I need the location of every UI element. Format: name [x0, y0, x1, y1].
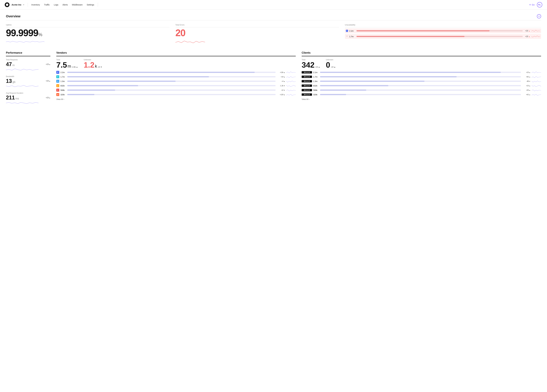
vendor-icon-3: ▲: [56, 84, 59, 87]
unavailability-label: Unavailability: [345, 24, 541, 27]
client-change-4: +35: [522, 89, 530, 91]
vendors-section: Vendors Total 7.5 m +2.8k ▲ Unknown: [56, 51, 296, 109]
overview-title: Overview: [6, 14, 21, 18]
clients-unknown-row: 0 +23 ▲: [326, 61, 335, 69]
vendor-spark-0: [286, 70, 296, 74]
unavailability-card: Unavailability P 2.1m +23 ▲ 📍 1.7m: [345, 24, 541, 44]
vendors-total-value-row: 7.5 m +2.8k ▲: [56, 61, 78, 69]
perf-value-0: 47m: [6, 61, 15, 67]
client-val-1: 1.7m: [313, 76, 319, 78]
perf-stat-2: Avg Request Duration 211ms +23: [6, 92, 50, 105]
perf-stat-1: Bandwidth 13gb +23: [6, 76, 50, 89]
vendors-title: Vendors: [56, 51, 296, 56]
vendor-icon-4: Z: [56, 89, 59, 92]
vendor-row-2: S 1.3m +4: [56, 79, 296, 83]
vendor-val-1: 1.7m: [61, 76, 66, 78]
unavail-row-1: 📍 1.7m +23 ▲: [345, 34, 541, 39]
client-bar-wrap-0: [320, 72, 521, 73]
unavail-change-1: +23 ▲: [525, 35, 530, 37]
logo-icon[interactable]: [5, 2, 9, 7]
vendors-total-stat: Total 7.5 m +2.8k ▲: [56, 59, 78, 69]
vendor-bar-wrap-3: [67, 85, 276, 86]
vendor-spark-3: [286, 84, 296, 87]
client-spark-4: [532, 88, 541, 92]
perf-change-2: +23: [46, 97, 50, 99]
vendor-spark-5: [286, 93, 296, 96]
client-bar-2: [320, 81, 424, 82]
unavail-bar-wrap-1: [356, 36, 523, 37]
vendors-total-unit: m: [68, 64, 71, 69]
overview-grid: Uptime 99.9999% Total Errors 20 Unavaila…: [6, 24, 541, 44]
nav-logs[interactable]: Logs: [54, 4, 58, 6]
client-bar-wrap-1: [320, 76, 521, 77]
unavail-label-0: 2.1m: [349, 30, 355, 32]
clients-top-stats: Total 342 +23 ▲ Unknown 0 +23 ▲: [302, 59, 541, 69]
vendor-bar-wrap-2: [67, 81, 276, 82]
perf-label-2: Avg Request Duration: [6, 92, 50, 94]
client-bar-wrap-4: [320, 89, 521, 91]
chevron-right-icon: ›: [64, 98, 64, 100]
client-bar-0: [320, 72, 501, 73]
unavail-icon-1: 📍: [346, 35, 348, 38]
clients-view-all[interactable]: View All ›: [302, 98, 541, 100]
errors-card: Total Errors 20: [175, 24, 339, 44]
brand-chevron-icon[interactable]: ▾: [23, 4, 24, 6]
client-ip-1: 20.1.2.3: [302, 76, 312, 78]
user-avatar[interactable]: KL: [537, 2, 542, 7]
client-bar-1: [320, 76, 457, 77]
vendor-bar-2: [67, 81, 176, 82]
navbar: Acme Inc ▾ Inventory Traffic Logs Alerts…: [0, 0, 547, 9]
main-content: Overview + Uptime 99.9999% Total Errors …: [0, 9, 547, 114]
chevron-right-icon-clients: ›: [309, 98, 309, 100]
client-row-2: 20.1.2.3 1.3m -88: [302, 79, 541, 83]
vendor-bar-wrap-0: [67, 72, 276, 73]
nav-add-label: Go: [532, 4, 534, 6]
perf-row-0: 47m +23: [6, 61, 50, 67]
perf-spark-1: [6, 84, 39, 88]
plus-icon: +: [529, 3, 531, 6]
overview-add-button[interactable]: +: [537, 14, 541, 18]
vendor-bar-5: [67, 94, 94, 95]
unavail-change-0: +23 ▲: [525, 30, 530, 32]
vendor-spark-1: [286, 75, 296, 79]
clients-title: Clients: [302, 51, 541, 56]
vendor-icon-5: ■: [56, 93, 59, 96]
nav-settings[interactable]: Settings: [87, 4, 94, 6]
perf-spark-2: [6, 101, 39, 105]
unavail-bar-0: [356, 30, 490, 31]
client-bar-5: [320, 94, 346, 95]
errors-sparkline: [175, 39, 339, 44]
nav-divider-2: [98, 3, 98, 7]
client-bar-wrap-2: [320, 81, 521, 82]
client-ip-0: 20.1.2.3: [302, 71, 312, 74]
perf-value-2: 211ms: [6, 95, 19, 101]
vendors-total-number: 7.5: [56, 61, 67, 69]
nav-add-button[interactable]: + Go: [529, 3, 534, 6]
vendor-row-0: P 2.2m +12k: [56, 70, 296, 74]
vendor-bar-3: [67, 85, 138, 86]
client-bar-wrap-3: [320, 85, 521, 86]
vendor-icon-2: S: [56, 80, 59, 83]
nav-middleware[interactable]: Middleware: [72, 4, 83, 6]
nav-inventory[interactable]: Inventory: [31, 4, 40, 6]
vendor-row-3: ▲ 832k -1.2k: [56, 84, 296, 87]
vendor-bar-4: [67, 89, 115, 91]
perf-label-0: Total Requests: [6, 59, 50, 61]
unavailability-rows: P 2.1m +23 ▲ 📍 1.7m +23 ▲: [345, 28, 541, 39]
vendors-unknown-label: Unknown: [84, 59, 102, 61]
nav-traffic[interactable]: Traffic: [44, 4, 50, 6]
unavail-row-0: P 2.1m +23 ▲: [345, 28, 541, 33]
client-spark-0: [532, 70, 541, 74]
client-row-4: 20.1.2.3 568k +35: [302, 88, 541, 92]
client-row-3: 20.1.2.3 832k +23: [302, 84, 541, 87]
perf-value-1: 13gb: [6, 78, 15, 84]
nav-alerts[interactable]: Alerts: [62, 4, 68, 6]
nav-links: Inventory Traffic Logs Alerts Middleware…: [31, 4, 94, 6]
vendors-view-all[interactable]: View All ›: [56, 98, 296, 100]
client-spark-5: [532, 93, 541, 96]
client-ip-4: 20.1.2.3: [302, 89, 312, 91]
vendor-bar-1: [67, 76, 209, 77]
uptime-value: 99.9999%: [6, 28, 170, 38]
clients-total-change: +23 ▲: [315, 66, 320, 68]
vendors-unknown-unit: k: [95, 64, 97, 69]
